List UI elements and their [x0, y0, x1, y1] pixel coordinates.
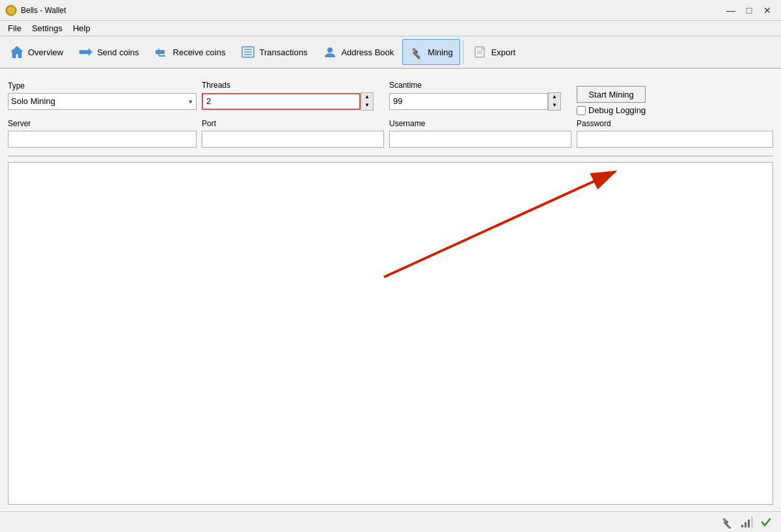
transactions-icon	[241, 45, 255, 59]
scantime-group: Scantime ▲ ▼	[389, 81, 571, 111]
transactions-label: Transactions	[259, 47, 307, 57]
password-group: Password	[577, 119, 773, 148]
svg-marker-5	[89, 48, 92, 56]
port-group: Port	[202, 119, 384, 148]
menu-settings[interactable]: Settings	[27, 22, 68, 34]
toolbar: Overview Send coins Receive coins	[0, 36, 781, 69]
username-group: Username	[389, 119, 571, 148]
tab-export[interactable]: Export	[466, 39, 523, 65]
type-select-wrapper: Solo Mining Pool Mining	[8, 93, 197, 110]
menu-file[interactable]: File	[3, 22, 27, 34]
export-icon	[473, 45, 487, 59]
check-status-icon	[759, 515, 773, 529]
svg-rect-28	[748, 520, 750, 527]
mining-label: Mining	[428, 47, 452, 57]
scantime-input[interactable]	[389, 93, 548, 110]
horizontal-separator	[8, 155, 773, 157]
svg-rect-26	[741, 525, 743, 527]
server-input[interactable]	[8, 131, 197, 148]
minimize-button[interactable]: —	[722, 2, 739, 19]
receive-coins-label: Receive coins	[173, 47, 226, 57]
svg-point-16	[415, 51, 418, 53]
main-content: Type Solo Mining Pool Mining Threads ▲ ▼	[0, 69, 781, 511]
type-select[interactable]: Solo Mining Pool Mining	[8, 93, 197, 110]
svg-rect-8	[159, 55, 165, 57]
scantime-spinner: ▲ ▼	[548, 92, 561, 111]
tab-overview[interactable]: Overview	[3, 39, 70, 65]
status-bar	[0, 511, 781, 532]
scantime-wrapper: ▲ ▼	[389, 92, 571, 111]
svg-rect-27	[745, 522, 747, 527]
form-row-2: Server Port Username Password	[8, 119, 773, 148]
threads-increment-button[interactable]: ▲	[361, 93, 373, 101]
type-label: Type	[8, 81, 197, 90]
threads-label: Threads	[202, 81, 384, 90]
threads-spinner: ▲ ▼	[361, 92, 374, 111]
scantime-decrement-button[interactable]: ▼	[549, 101, 560, 110]
debug-logging-label[interactable]: Debug Logging	[588, 105, 646, 115]
tab-receive-coins[interactable]: Receive coins	[148, 39, 233, 65]
export-label: Export	[491, 47, 516, 57]
debug-logging-checkbox[interactable]	[577, 106, 586, 115]
overview-label: Overview	[28, 47, 63, 57]
send-coins-icon	[79, 45, 93, 59]
tab-transactions[interactable]: Transactions	[234, 39, 314, 65]
username-input[interactable]	[389, 131, 571, 148]
scantime-increment-button[interactable]: ▲	[549, 93, 560, 101]
menu-help[interactable]: Help	[68, 22, 96, 34]
threads-decrement-button[interactable]: ▼	[361, 101, 373, 110]
tab-send-coins[interactable]: Send coins	[72, 39, 146, 65]
scantime-label: Scantime	[389, 81, 571, 90]
port-input[interactable]	[202, 131, 384, 148]
address-book-label: Address Book	[341, 47, 394, 57]
svg-point-13	[327, 47, 333, 53]
type-group: Type Solo Mining Pool Mining	[8, 81, 197, 110]
app-icon	[5, 5, 17, 16]
debug-group: Debug Logging	[577, 105, 646, 115]
mining-status-icon	[720, 515, 734, 529]
threads-wrapper: ▲ ▼	[202, 92, 384, 111]
svg-point-2	[10, 9, 12, 12]
overview-icon	[10, 45, 24, 59]
username-label: Username	[389, 119, 571, 128]
svg-marker-3	[11, 46, 23, 58]
receive-coins-icon	[155, 45, 169, 59]
password-input[interactable]	[577, 131, 773, 148]
form-row-1: Type Solo Mining Pool Mining Threads ▲ ▼	[8, 75, 773, 115]
menu-bar: File Settings Help	[0, 21, 781, 36]
mining-icon	[409, 45, 424, 59]
threads-group: Threads ▲ ▼	[202, 81, 384, 111]
toolbar-separator	[463, 40, 463, 64]
maximize-button[interactable]: □	[741, 2, 758, 19]
close-button[interactable]: ✕	[759, 2, 776, 19]
signal-status-icon	[739, 515, 754, 529]
svg-point-25	[726, 521, 728, 524]
tab-mining[interactable]: Mining	[402, 39, 459, 65]
send-coins-label: Send coins	[97, 47, 139, 57]
title-bar: Bells - Wallet — □ ✕	[0, 0, 781, 21]
server-group: Server	[8, 119, 197, 148]
log-area[interactable]	[8, 162, 773, 505]
svg-marker-7	[156, 48, 159, 56]
main-wrapper: Type Solo Mining Pool Mining Threads ▲ ▼	[0, 69, 781, 511]
server-label: Server	[8, 119, 197, 128]
password-label: Password	[577, 119, 773, 128]
svg-rect-29	[751, 517, 753, 527]
tab-address-book[interactable]: Address Book	[316, 39, 401, 65]
port-label: Port	[202, 119, 384, 128]
address-book-icon	[323, 45, 337, 59]
threads-input[interactable]	[202, 93, 361, 110]
svg-rect-4	[79, 50, 89, 54]
start-mining-button[interactable]: Start Mining	[577, 86, 646, 103]
window-controls: — □ ✕	[722, 2, 776, 19]
window-title: Bells - Wallet	[21, 6, 722, 15]
